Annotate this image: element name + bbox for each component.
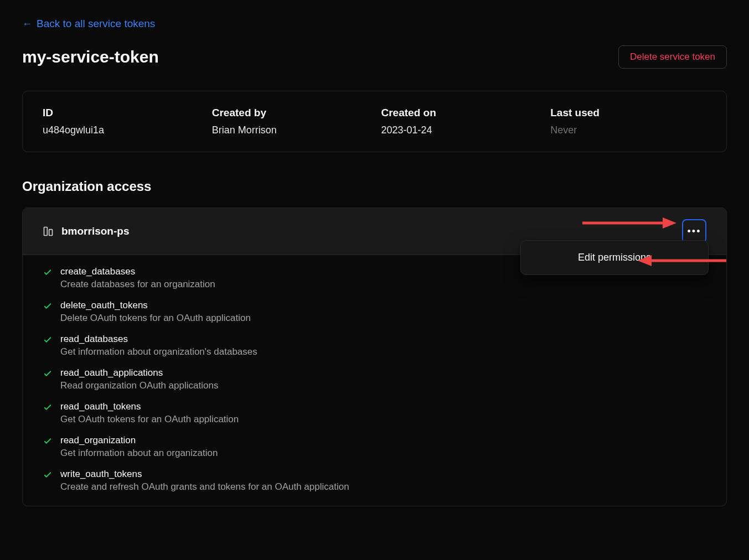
permission-name: read_organization xyxy=(60,435,218,446)
svg-rect-1 xyxy=(49,230,53,236)
info-created-by: Created by Brian Morrison xyxy=(212,107,368,136)
info-id-value: u484ogwlui1a xyxy=(43,125,199,136)
permission-name: read_oauth_tokens xyxy=(60,401,239,412)
permission-name: create_databases xyxy=(60,266,215,277)
check-icon xyxy=(43,470,53,480)
back-link-text: Back to all service tokens xyxy=(37,18,155,30)
arrow-left-icon: ← xyxy=(22,18,32,30)
delete-service-token-button[interactable]: Delete service token xyxy=(618,45,727,69)
permission-desc: Read organization OAuth applications xyxy=(60,380,218,391)
check-icon xyxy=(43,267,53,277)
organization-icon xyxy=(43,226,54,237)
info-last-used-label: Last used xyxy=(550,107,706,119)
permission-text: read_oauth_tokensGet OAuth tokens for an… xyxy=(60,401,239,425)
permission-item: delete_oauth_tokensDelete OAuth tokens f… xyxy=(43,300,706,324)
info-created-by-label: Created by xyxy=(212,107,368,119)
info-last-used-value: Never xyxy=(550,125,706,136)
svg-rect-0 xyxy=(44,227,48,236)
permission-text: read_organizationGet information about a… xyxy=(60,435,218,459)
permission-text: write_oauth_tokensCreate and refresh OAu… xyxy=(60,469,349,492)
permission-desc: Get information about an organization xyxy=(60,448,218,459)
page-title: my-service-token xyxy=(22,48,159,66)
permission-name: read_databases xyxy=(60,334,257,345)
permission-item: read_oauth_applicationsRead organization… xyxy=(43,367,706,391)
permission-desc: Create databases for an organization xyxy=(60,279,215,290)
permission-item: read_organizationGet information about a… xyxy=(43,435,706,459)
check-icon xyxy=(43,301,53,311)
info-last-used: Last used Never xyxy=(550,107,706,136)
check-icon xyxy=(43,369,53,378)
back-link[interactable]: ← Back to all service tokens xyxy=(22,18,155,30)
header-row: my-service-token Delete service token xyxy=(22,45,727,69)
permission-desc: Delete OAuth tokens for an OAuth applica… xyxy=(60,313,251,324)
permission-name: delete_oauth_tokens xyxy=(60,300,251,311)
permission-text: delete_oauth_tokensDelete OAuth tokens f… xyxy=(60,300,251,324)
more-horizontal-icon: ••• xyxy=(688,226,701,237)
info-created-on-label: Created on xyxy=(381,107,538,119)
edit-permissions-item[interactable]: Edit permissions xyxy=(524,244,705,271)
permissions-list: create_databasesCreate databases for an … xyxy=(23,255,726,506)
permission-name: read_oauth_applications xyxy=(60,367,218,378)
permission-text: create_databasesCreate databases for an … xyxy=(60,266,215,290)
info-created-on-value: 2023-01-24 xyxy=(381,125,538,136)
check-icon xyxy=(43,402,53,412)
permission-text: read_oauth_applicationsRead organization… xyxy=(60,367,218,391)
info-card: ID u484ogwlui1a Created by Brian Morriso… xyxy=(22,91,727,152)
dropdown-menu: Edit permissions xyxy=(520,240,709,275)
info-id-label: ID xyxy=(43,107,199,119)
org-name: bmorrison-ps xyxy=(61,225,129,237)
info-created-by-value: Brian Morrison xyxy=(212,125,368,136)
check-icon xyxy=(43,335,53,345)
permission-text: read_databasesGet information about orga… xyxy=(60,334,257,357)
permission-item: read_databasesGet information about orga… xyxy=(43,334,706,357)
permission-item: write_oauth_tokensCreate and refresh OAu… xyxy=(43,469,706,492)
svg-marker-3 xyxy=(663,217,676,229)
info-id: ID u484ogwlui1a xyxy=(43,107,199,136)
permission-desc: Create and refresh OAuth grants and toke… xyxy=(60,481,349,492)
org-access-heading: Organization access xyxy=(22,179,727,194)
info-created-on: Created on 2023-01-24 xyxy=(381,107,538,136)
permission-item: read_oauth_tokensGet OAuth tokens for an… xyxy=(43,401,706,425)
permission-name: write_oauth_tokens xyxy=(60,469,349,480)
org-name-wrap: bmorrison-ps xyxy=(43,225,129,237)
annotation-arrow-1 xyxy=(582,215,676,231)
org-card: bmorrison-ps ••• Edit permissions create… xyxy=(22,208,727,506)
permission-desc: Get OAuth tokens for an OAuth applicatio… xyxy=(60,414,239,425)
permission-desc: Get information about organization's dat… xyxy=(60,346,257,357)
org-header: bmorrison-ps ••• Edit permissions xyxy=(23,208,726,255)
check-icon xyxy=(43,436,53,446)
